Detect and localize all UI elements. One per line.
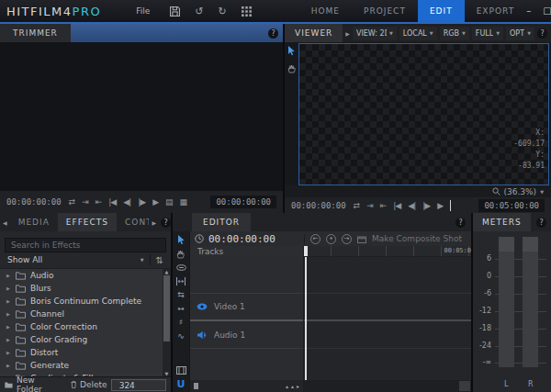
trimmer-preview[interactable] bbox=[0, 42, 283, 191]
timeline-zoom-slider[interactable]: ▴ ▴ ▸ bbox=[190, 380, 304, 392]
playhead-line[interactable] bbox=[305, 257, 307, 380]
tab-media[interactable]: MEDIA bbox=[10, 213, 58, 231]
help-icon[interactable]: ? bbox=[268, 28, 278, 39]
help-icon[interactable]: ? bbox=[537, 28, 547, 39]
redo-icon[interactable]: ↻ bbox=[218, 6, 226, 17]
go-to-start-icon[interactable]: |◀ bbox=[393, 201, 400, 210]
make-composite-shot-button[interactable]: Make Composite Shot bbox=[357, 234, 462, 243]
tab-effects[interactable]: EFFECTS bbox=[58, 213, 117, 231]
delete-button[interactable]: Delete bbox=[80, 380, 107, 389]
zoom-level-icon[interactable]: ▴ bbox=[291, 383, 294, 389]
insert-clip-icon[interactable]: ▤ bbox=[165, 197, 173, 207]
tab-controls[interactable]: CONTROLS bbox=[117, 213, 149, 231]
tab-trimmer[interactable]: TRIMMER bbox=[0, 24, 71, 42]
timeline-lanes[interactable] bbox=[304, 257, 471, 380]
set-in-point-icon[interactable]: ⇤ bbox=[380, 201, 387, 210]
editor-current-timecode[interactable]: 00:00:00:00 bbox=[208, 233, 276, 245]
select-tool-icon[interactable] bbox=[287, 46, 296, 56]
tab-editor[interactable]: EDITOR bbox=[192, 213, 251, 231]
options-dropdown[interactable]: OPTIONS ▼ bbox=[506, 27, 534, 40]
play-icon[interactable]: ▶ bbox=[437, 201, 443, 210]
tab-project[interactable]: PROJECT bbox=[352, 0, 418, 22]
loop-playback-icon[interactable]: ⇄ bbox=[69, 197, 75, 207]
scrollbar-thumb[interactable] bbox=[163, 275, 170, 342]
speaker-on-icon[interactable] bbox=[197, 330, 208, 340]
tab-meters[interactable]: METERS bbox=[473, 213, 531, 231]
previous-frame-icon[interactable]: ◀| bbox=[408, 201, 415, 210]
envelope-tool-icon[interactable]: ∿ bbox=[173, 331, 189, 342]
expander-icon[interactable]: ▶ bbox=[6, 324, 11, 330]
chevron-right-icon[interactable]: ▶ bbox=[345, 30, 350, 37]
help-icon[interactable]: ? bbox=[161, 218, 171, 228]
maximize-button[interactable]: □ bbox=[543, 6, 551, 16]
expander-icon[interactable]: ▶ bbox=[6, 350, 11, 355]
search-input[interactable] bbox=[5, 238, 166, 252]
film-frame-icon[interactable] bbox=[173, 365, 189, 375]
new-folder-icon[interactable] bbox=[5, 381, 13, 389]
go-to-previous-edit-button[interactable]: ← bbox=[310, 234, 320, 244]
rate-stretch-tool-icon[interactable]: ↔ bbox=[173, 304, 189, 314]
expander-icon[interactable]: ▶ bbox=[6, 298, 11, 304]
expander-icon[interactable]: ▶ bbox=[6, 337, 11, 342]
play-icon[interactable]: ▶ bbox=[152, 197, 158, 207]
slice-tool-icon[interactable] bbox=[173, 263, 189, 273]
list-item[interactable]: ▶ Distort bbox=[0, 346, 163, 359]
tab-edit[interactable]: EDIT bbox=[418, 0, 465, 22]
video-track-header[interactable]: Video 1 bbox=[190, 294, 303, 321]
sort-icon[interactable]: ⇅ bbox=[156, 255, 163, 265]
current-position-button[interactable]: • bbox=[326, 234, 336, 244]
select-tool-icon[interactable] bbox=[173, 235, 189, 245]
chevron-left-icon[interactable]: ◀ bbox=[0, 219, 10, 226]
minimize-button[interactable]: – bbox=[526, 6, 531, 16]
zoom-fit-icon[interactable]: ▴ bbox=[286, 383, 288, 389]
view-mode-dropdown[interactable]: VIEW: 2D ▼ bbox=[353, 27, 397, 40]
list-item[interactable]: ▶ Blurs bbox=[0, 282, 163, 295]
tab-export[interactable]: EXPORT bbox=[465, 0, 526, 22]
audio-track-lane[interactable] bbox=[304, 321, 471, 349]
next-frame-icon[interactable]: |▶ bbox=[422, 201, 430, 210]
set-out-point-icon[interactable]: ⇥ bbox=[366, 201, 373, 210]
workspace-grid-icon[interactable] bbox=[242, 6, 252, 17]
file-menu[interactable]: File bbox=[130, 4, 155, 18]
quality-dropdown[interactable]: FULL ▼ bbox=[472, 27, 503, 40]
snap-toggle-icon[interactable]: U bbox=[173, 379, 189, 389]
previous-frame-icon[interactable]: ◀| bbox=[123, 197, 130, 207]
channel-dropdown[interactable]: RGB ▼ bbox=[440, 27, 469, 40]
new-folder-button[interactable]: New Folder bbox=[17, 375, 54, 392]
timeline-horizontal-scrollbar[interactable] bbox=[304, 380, 471, 392]
zoom-slider-handle[interactable] bbox=[194, 383, 198, 389]
audio-track-header[interactable]: Audio 1 bbox=[190, 321, 303, 349]
next-frame-icon[interactable]: |▶ bbox=[138, 197, 145, 207]
list-item[interactable]: ▶ Boris Continuum Complete bbox=[0, 295, 163, 308]
go-to-next-edit-button[interactable]: → bbox=[342, 234, 352, 244]
list-item[interactable]: ▶ Channel bbox=[0, 308, 163, 320]
chevron-down-icon[interactable]: ▼ bbox=[141, 257, 144, 263]
hand-tool-icon[interactable] bbox=[173, 249, 189, 259]
overlay-clip-icon[interactable]: ▦ bbox=[180, 197, 187, 207]
save-icon[interactable] bbox=[170, 6, 180, 17]
list-item[interactable]: ▶ Color Grading bbox=[0, 333, 163, 346]
hand-tool-icon[interactable] bbox=[287, 64, 297, 73]
help-icon[interactable]: ? bbox=[536, 218, 546, 228]
slip-tool-icon[interactable]: ↔ bbox=[173, 276, 189, 286]
filter-dropdown-value[interactable]: Show All bbox=[7, 255, 42, 264]
expander-icon[interactable]: ▶ bbox=[6, 311, 11, 317]
expander-icon[interactable]: ▶ bbox=[6, 273, 11, 278]
help-icon[interactable]: ? bbox=[455, 218, 466, 228]
tab-viewer[interactable]: VIEWER bbox=[285, 24, 343, 42]
set-out-point-icon[interactable]: ⇥ bbox=[82, 197, 88, 207]
zoom-level-value[interactable]: (36.3%) bbox=[504, 187, 537, 196]
scroll-up-icon[interactable]: ▲ bbox=[165, 269, 169, 274]
chevron-right-icon[interactable]: ▶ bbox=[149, 219, 159, 226]
undo-icon[interactable]: ↺ bbox=[195, 6, 203, 17]
scrollbar[interactable]: ▲ ▼ bbox=[163, 269, 171, 376]
go-to-start-icon[interactable]: |◀ bbox=[108, 197, 116, 207]
slide-tool-icon[interactable]: ⇆ bbox=[173, 290, 189, 300]
expander-icon[interactable]: ▶ bbox=[6, 286, 11, 291]
timeline-ruler[interactable]: 00:05:0 bbox=[304, 246, 471, 257]
expand-icon[interactable]: ▸ bbox=[297, 383, 299, 389]
video-track-lane[interactable] bbox=[304, 294, 471, 321]
expander-icon[interactable]: ▶ bbox=[6, 363, 11, 368]
tab-home[interactable]: HOME bbox=[299, 0, 352, 22]
list-item[interactable]: ▶ Audio bbox=[0, 269, 163, 282]
